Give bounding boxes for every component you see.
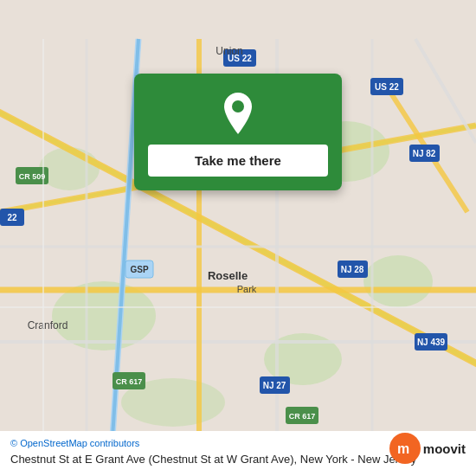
svg-text:Union: Union [215, 45, 242, 57]
moovit-logo: m moovit [389, 433, 466, 464]
svg-text:22: 22 [7, 213, 17, 222]
bottom-bar: © OpenStreetMap contributors Chestnut St… [0, 431, 476, 476]
svg-text:NJ 82: NJ 82 [413, 149, 436, 158]
svg-text:CR 617: CR 617 [289, 412, 316, 421]
svg-text:CR 617: CR 617 [116, 377, 143, 386]
map-container: US 22 CR 509 CR 509 US 22 NJ 82 GSP NJ 2… [0, 0, 476, 476]
svg-text:Cranford: Cranford [28, 319, 68, 331]
svg-point-3 [363, 255, 433, 307]
svg-text:NJ 28: NJ 28 [341, 265, 364, 274]
location-pin-icon [219, 91, 257, 136]
take-me-there-button[interactable]: Take me there [148, 145, 328, 177]
svg-text:US 22: US 22 [375, 82, 399, 92]
location-card: Take me there [134, 74, 342, 190]
map-background: US 22 CR 509 CR 509 US 22 NJ 82 GSP NJ 2… [0, 0, 476, 476]
svg-text:m: m [397, 441, 409, 456]
svg-text:GSP: GSP [130, 265, 148, 274]
svg-text:CR 509: CR 509 [19, 172, 46, 181]
svg-point-52 [232, 100, 244, 113]
svg-text:NJ 27: NJ 27 [263, 381, 286, 390]
moovit-text-label: moovit [423, 441, 466, 456]
moovit-icon: m [389, 433, 421, 464]
svg-text:Roselle: Roselle [208, 269, 248, 282]
svg-text:Park: Park [237, 284, 257, 294]
svg-text:NJ 439: NJ 439 [417, 338, 446, 347]
